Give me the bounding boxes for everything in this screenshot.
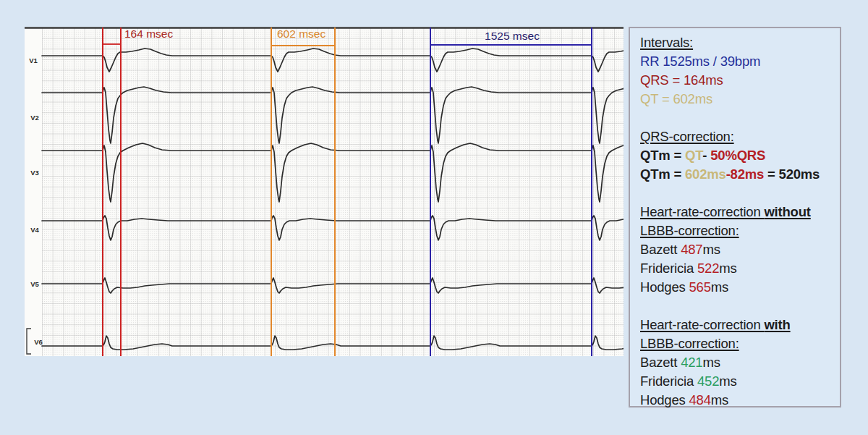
panel-text-segment: Intervals: xyxy=(640,35,693,50)
panel-text-segment: without xyxy=(764,204,810,219)
panel-line: QRS-correction: xyxy=(640,127,837,146)
panel-text-segment: QRS-correction: xyxy=(640,129,734,144)
panel-line: Hodges 565ms xyxy=(640,278,837,297)
lead-label-v6: V6 xyxy=(34,338,43,346)
panel-text-segment: QT = 602ms xyxy=(640,91,712,106)
lead-label-v3: V3 xyxy=(30,169,39,177)
panel-spacer xyxy=(640,109,837,127)
lead-label-v2: V2 xyxy=(30,114,39,122)
panel-text-segment: QTm = xyxy=(640,148,685,163)
marker-qrs-label: 164 msec xyxy=(124,28,173,40)
lead-label-v4: V4 xyxy=(30,226,39,234)
marker-qt-label: 602 msec xyxy=(277,28,326,40)
panel-text-segment: Fridericia xyxy=(640,373,697,389)
panel-line: Heart-rate-correction without xyxy=(640,203,837,221)
panel-text-segment: -82ms xyxy=(726,166,764,182)
panel-line: Hodges 484ms xyxy=(640,391,837,410)
panel-text-segment: ms xyxy=(711,279,728,295)
panel-line: QT = 602ms xyxy=(640,90,837,109)
panel-line: QRS = 164ms xyxy=(640,71,837,90)
lead-label-v1: V1 xyxy=(29,56,38,64)
ecg-strip: V1V2V3V4V5V6 164 msec602 msec1525 msec xyxy=(23,22,624,356)
panel-text-segment: Hodges xyxy=(640,279,689,295)
panel-text-segment: 50%QRS xyxy=(710,148,765,163)
ecg-chart: V1V2V3V4V5V6 164 msec602 msec1525 msec xyxy=(23,22,624,356)
panel-line: Intervals: xyxy=(640,33,837,52)
panel-text-segment: Bazett xyxy=(640,355,681,370)
panel-text-segment: LBBB-correction: xyxy=(640,336,739,351)
panel-text-segment: 452 xyxy=(697,373,719,389)
panel-text-segment: 602ms xyxy=(685,166,726,182)
panel-line: QTm = 602ms-82ms = 520ms xyxy=(640,165,837,184)
panel-text-segment: Hodges xyxy=(640,392,689,407)
panel-text-segment: ms xyxy=(711,392,728,407)
panel-line: Fridericia 522ms xyxy=(640,259,837,278)
panel-text-segment: 421 xyxy=(681,355,702,370)
panel-spacer xyxy=(640,184,837,203)
panel-text-segment: ms xyxy=(719,261,736,276)
panel-text-segment: RR 1525ms / 39bpm xyxy=(640,54,760,69)
panel-spacer xyxy=(640,297,837,316)
panel-text-segment: ms xyxy=(702,242,720,257)
figure-canvas: V1V2V3V4V5V6 164 msec602 msec1525 msec I… xyxy=(0,0,868,435)
panel-text-segment: LBBB-correction: xyxy=(640,223,739,238)
panel-text-segment: QTm = xyxy=(640,166,685,182)
panel-text-segment: QT xyxy=(685,148,702,163)
panel-line: Heart-rate-correction with xyxy=(640,316,837,334)
panel-text-segment: Bazett xyxy=(640,242,681,257)
panel-text-segment: QRS = 164ms xyxy=(640,72,723,88)
panel-line: QTm = QT- 50%QRS xyxy=(640,146,837,165)
annotation-panel: Intervals:RR 1525ms / 39bpmQRS = 164msQT… xyxy=(629,27,841,407)
lead-label-v5: V5 xyxy=(30,280,39,288)
panel-line: Bazett 421ms xyxy=(640,353,837,372)
panel-text-segment: ms xyxy=(702,355,720,370)
panel-text-segment: with xyxy=(764,317,790,332)
marker-rr-label: 1525 msec xyxy=(485,30,540,42)
panel-text-segment: 522 xyxy=(697,261,719,276)
ecg-grid-large xyxy=(42,28,624,356)
panel-line: Fridericia 452ms xyxy=(640,372,837,391)
panel-text-segment: Heart-rate-correction xyxy=(640,317,764,332)
panel-line: LBBB-correction: xyxy=(640,221,837,240)
panel-text-segment: = 520ms xyxy=(764,166,820,182)
panel-text-segment: 565 xyxy=(689,279,711,295)
panel-line: Bazett 487ms xyxy=(640,240,837,259)
panel-text-segment: - xyxy=(702,148,710,163)
panel-text-segment: ms xyxy=(719,373,736,389)
panel-text-segment: Fridericia xyxy=(640,261,697,276)
panel-line: LBBB-correction: xyxy=(640,334,837,353)
panel-line: RR 1525ms / 39bpm xyxy=(640,52,837,71)
panel-text-segment: 484 xyxy=(689,392,711,407)
panel-text-segment: Heart-rate-correction xyxy=(640,204,764,219)
panel-text-segment: 487 xyxy=(681,242,702,257)
